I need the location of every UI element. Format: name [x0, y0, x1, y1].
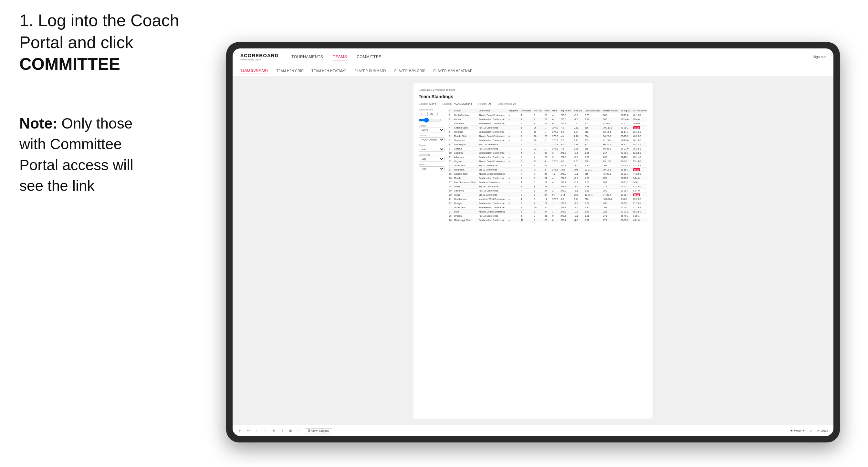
- school-cell: Tennessee: [453, 138, 477, 143]
- bookmark-icon[interactable]: ⊞: [288, 429, 293, 433]
- sub-nav-team-summary[interactable]: TEAM SUMMARY: [240, 67, 269, 74]
- data-cell: 1: [543, 147, 551, 151]
- data-cell: 66-40-1: [619, 214, 631, 218]
- data-cell: –: [507, 134, 520, 138]
- data-cell: 4: [551, 113, 559, 117]
- data-cell: 1.21: [583, 214, 602, 218]
- data-cell: 91-6-0: [602, 121, 619, 126]
- left-controls: Minimum Rou... Gender Men's: [418, 108, 444, 222]
- data-cell: Southeastern Conference: [477, 201, 507, 206]
- table-row: 1North CarolinaAtlantic Coast Conference…: [448, 113, 647, 117]
- data-cell: 8: [533, 184, 543, 189]
- data-cell: -5.1: [573, 180, 583, 184]
- school-cell: Auburn: [453, 117, 477, 121]
- nav-tournaments[interactable]: TOURNAMENTS: [291, 53, 323, 60]
- col-low-rd: Low Overall Rd.: [583, 108, 602, 113]
- data-cell: 79-25-1: [619, 126, 631, 130]
- data-cell: 273.9: [559, 121, 573, 126]
- data-cell: 7: [533, 201, 543, 206]
- data-cell: -2.1: [573, 172, 583, 176]
- region-select[interactable]: N/A: [418, 147, 444, 152]
- school-cell: Arizona: [453, 147, 477, 151]
- data-cell: 44-24-1: [632, 172, 647, 176]
- data-cell: Southeastern Conference: [477, 138, 507, 143]
- view-original-button[interactable]: ☰ View: Original: [305, 428, 332, 433]
- rank-cell: 3: [448, 121, 453, 126]
- data-cell: 2.77: [573, 121, 583, 126]
- data-cell: Big Ten Conference: [477, 184, 507, 189]
- data-cell: 4-21-0: [632, 218, 647, 222]
- data-cell: 1.85: [559, 167, 573, 172]
- scoreboard-logo: SCOREBOARD Powered by clippd: [240, 53, 278, 61]
- data-cell: 4.2: [551, 172, 559, 176]
- sub-nav-player-h2h-grid[interactable]: PLAYER H2H GRID: [395, 68, 426, 74]
- watch-button[interactable]: 👁 Watch ▾: [790, 429, 805, 432]
- data-cell: 267: [602, 180, 619, 184]
- nav-committee[interactable]: COMMITTEE: [356, 53, 381, 60]
- undo-icon[interactable]: ↩: [238, 429, 242, 433]
- col-overall-rec: Overall Record: [602, 108, 619, 113]
- expand-icon[interactable]: ⤢: [809, 429, 813, 433]
- data-cell: 11-38-2: [632, 206, 647, 210]
- col-vs-top50: Vs Top 50 Points: [632, 108, 647, 113]
- max-rank-input[interactable]: [429, 112, 438, 116]
- clock-icon[interactable]: ◷: [297, 429, 301, 433]
- data-cell: 9-18-1: [632, 214, 647, 218]
- sub-nav-team-h2h-grid[interactable]: TEAM H2H GRID: [277, 68, 304, 74]
- gender-select[interactable]: Men's: [418, 128, 444, 132]
- school-cell: North Carolina: [453, 113, 477, 117]
- back-icon[interactable]: ‹: [254, 429, 259, 433]
- data-cell: 8: [533, 151, 543, 155]
- data-cell: Southeastern Conference: [477, 176, 507, 180]
- region-control: Region N/A: [418, 144, 444, 152]
- conference-select[interactable]: (All): [418, 157, 444, 161]
- data-cell: 1.90: [583, 155, 602, 159]
- data-cell: –: [507, 167, 520, 172]
- refresh-icon[interactable]: ↻: [271, 429, 276, 433]
- data-cell: 17-9-0: [619, 159, 631, 163]
- data-cell: 277.5: [559, 176, 573, 180]
- data-cell: 2: [520, 143, 533, 147]
- data-cell: 27: [543, 163, 551, 167]
- data-cell: 9-10-1: [632, 180, 647, 184]
- min-rank-input[interactable]: [418, 112, 428, 116]
- data-cell: -3.1: [573, 214, 583, 218]
- share-button[interactable]: ↗ Share: [817, 429, 828, 432]
- data-cell: 9-12-3: [619, 197, 631, 201]
- data-cell: Southeastern Conference: [477, 206, 507, 210]
- sign-out-link[interactable]: Sign out: [813, 55, 826, 59]
- school-cell: New Mexico: [453, 197, 477, 201]
- data-cell: –: [507, 176, 520, 180]
- data-cell: 260: [602, 117, 619, 121]
- data-cell: 274.8: [551, 130, 559, 134]
- sub-nav-team-h2h-heatmap[interactable]: TEAM H2H HEATMAP: [311, 68, 347, 74]
- sub-nav-player-h2h-heatmap[interactable]: PLAYER H2H HEATMAP: [434, 68, 473, 74]
- data-cell: 4: [551, 176, 559, 180]
- rank-cell: 21: [448, 197, 453, 201]
- table-row: 24DukeAtlantic Coast Conference–59271278…: [448, 210, 647, 214]
- data-cell: 278.7: [559, 210, 573, 214]
- school-select[interactable]: (All): [418, 166, 444, 171]
- table-row: 23Texas A&MSoutheastern Conference–91030…: [448, 206, 647, 210]
- data-cell: Atlantic Coast Conference: [477, 159, 507, 163]
- redo-icon[interactable]: ↪: [246, 429, 251, 433]
- division-select[interactable]: NCAA Division I: [418, 137, 444, 142]
- table-row: 12VirginiaAtlantic Coast Conference–3214…: [448, 159, 647, 163]
- sub-nav: TEAM SUMMARY TEAM H2H GRID TEAM H2H HEAT…: [232, 65, 833, 77]
- data-cell: 278.2: [559, 189, 573, 193]
- nav-teams[interactable]: TEAMS: [333, 53, 347, 60]
- data-cell: 0.97: [583, 218, 602, 222]
- rank-cell: 9: [448, 147, 453, 151]
- col-conf-rank: Conf Rank: [520, 108, 533, 113]
- sub-nav-player-summary[interactable]: PLAYER SUMMARY: [354, 68, 386, 74]
- data-cell: -5.5: [559, 138, 573, 143]
- data-cell: 9: [533, 163, 543, 167]
- data-cell: 39-20-1: [632, 143, 647, 147]
- data-cell: 1.98: [573, 143, 583, 147]
- data-cell: 282: [602, 113, 619, 117]
- share-small-icon[interactable]: ⬆: [280, 429, 284, 433]
- data-cell: 1: [543, 130, 551, 134]
- forward-icon[interactable]: ›: [263, 429, 268, 433]
- rank-slider[interactable]: [418, 118, 441, 123]
- data-cell: 38-6-0: [632, 121, 647, 126]
